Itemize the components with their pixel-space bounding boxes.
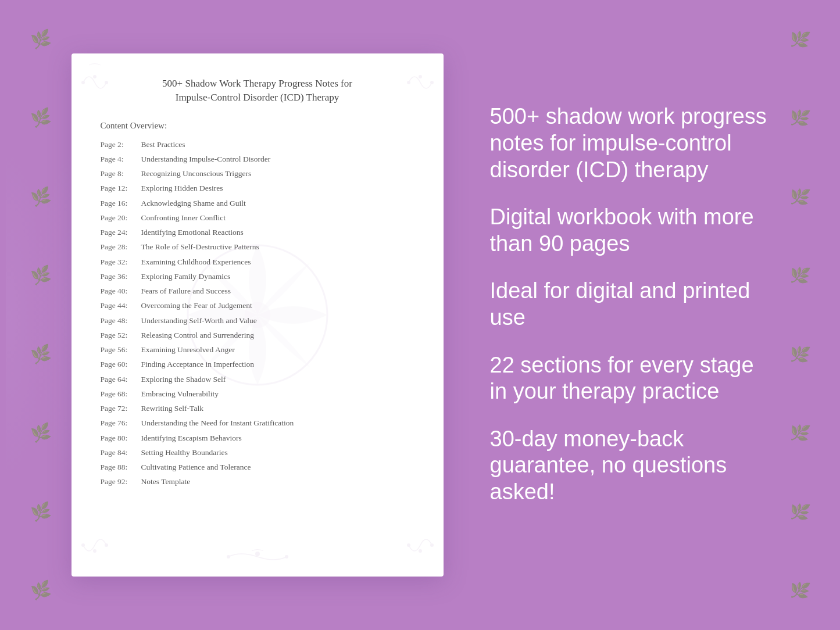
svg-point-16	[285, 555, 288, 559]
toc-page-number: Page 76:	[101, 417, 141, 429]
toc-item: Page 12:Exploring Hidden Desires	[101, 182, 414, 194]
toc-item: Page 76:Understanding the Need for Insta…	[101, 417, 414, 429]
toc-item: Page 44:Overcoming the Fear of Judgement	[101, 300, 414, 312]
toc-item: Page 88:Cultivating Patience and Toleran…	[101, 461, 414, 473]
main-layout: 500+ Shadow Work Therapy Progress Notes …	[0, 0, 840, 630]
toc-page-number: Page 92:	[101, 476, 141, 488]
feature-item-4: 22 sections for every stage in your ther…	[490, 352, 769, 405]
toc-item: Page 8:Recognizing Unconscious Triggers	[101, 168, 414, 180]
toc-item: Page 24:Identifying Emotional Reactions	[101, 227, 414, 238]
feature-item-2: Digital workbook with more than 90 pages	[490, 204, 769, 257]
toc-page-title: Embracing Vulnerability	[141, 388, 219, 400]
toc-item: Page 4:Understanding Impulse-Control Dis…	[101, 153, 414, 165]
toc-page-title: Examining Unresolved Anger	[141, 344, 235, 356]
feature-item-5: 30-day money-back guarantee, no question…	[490, 426, 769, 506]
svg-point-7	[430, 81, 434, 84]
corner-decor-bottom-left	[77, 522, 112, 571]
toc-page-title: Fears of Failure and Success	[141, 285, 231, 297]
toc-item: Page 92:Notes Template	[101, 476, 414, 488]
toc-page-number: Page 88:	[101, 461, 141, 473]
toc-page-number: Page 64:	[101, 374, 141, 385]
toc-page-title: Cultivating Patience and Tolerance	[141, 461, 251, 473]
toc-page-number: Page 80:	[101, 432, 141, 444]
toc-page-number: Page 16:	[101, 198, 141, 209]
toc-page-number: Page 24:	[101, 227, 141, 238]
table-of-contents: Page 2:Best PracticesPage 4:Understandin…	[101, 139, 414, 488]
toc-item: Page 2:Best Practices	[101, 139, 414, 151]
toc-page-title: Best Practices	[141, 139, 185, 151]
feature-item-3: Ideal for digital and printed use	[490, 278, 769, 331]
feature-text: 22 sections for every stage in your ther…	[490, 352, 769, 405]
toc-page-title: Identifying Escapism Behaviors	[141, 432, 242, 444]
toc-page-number: Page 52:	[101, 330, 141, 341]
toc-page-title: Understanding Self-Worth and Value	[141, 315, 257, 327]
toc-item: Page 68:Embracing Vulnerability	[101, 388, 414, 400]
feature-text: Ideal for digital and printed use	[490, 278, 769, 331]
toc-page-number: Page 12:	[101, 182, 141, 194]
feature-text: Digital workbook with more than 90 pages	[490, 204, 769, 257]
toc-page-title: Examining Childhood Experiences	[141, 256, 251, 268]
toc-page-title: Understanding Impulse-Control Disorder	[141, 153, 271, 165]
svg-point-9	[93, 549, 96, 553]
toc-page-number: Page 8:	[101, 168, 141, 180]
toc-item: Page 16:Acknowledging Shame and Guilt	[101, 198, 414, 209]
toc-page-number: Page 20:	[101, 212, 141, 224]
toc-item: Page 48:Understanding Self-Worth and Val…	[101, 315, 414, 327]
section-label: Content Overview:	[101, 121, 414, 131]
svg-point-6	[419, 75, 422, 78]
toc-page-title: Finding Acceptance in Imperfection	[141, 359, 255, 370]
toc-page-number: Page 2:	[101, 139, 141, 151]
toc-page-title: Notes Template	[141, 476, 191, 488]
svg-point-13	[430, 543, 434, 547]
corner-decor-bottom-center	[223, 548, 292, 568]
toc-page-title: Exploring the Shadow Self	[141, 374, 226, 385]
svg-point-2	[81, 81, 85, 84]
toc-page-title: Recognizing Unconscious Triggers	[141, 168, 252, 180]
toc-item: Page 40:Fears of Failure and Success	[101, 285, 414, 297]
toc-page-number: Page 4:	[101, 153, 141, 165]
toc-item: Page 60:Finding Acceptance in Imperfecti…	[101, 359, 414, 370]
toc-page-title: Setting Healthy Boundaries	[141, 447, 228, 459]
svg-point-14	[227, 555, 230, 559]
feature-item-1: 500+ shadow work progress notes for impu…	[490, 103, 769, 183]
svg-point-11	[407, 543, 410, 547]
svg-point-3	[93, 75, 96, 78]
corner-decor-bottom-right	[403, 522, 438, 571]
toc-page-title: Rewriting Self-Talk	[141, 403, 203, 414]
feature-text: 500+ shadow work progress notes for impu…	[490, 103, 769, 183]
toc-page-number: Page 56:	[101, 344, 141, 356]
toc-page-number: Page 68:	[101, 388, 141, 400]
toc-page-number: Page 48:	[101, 315, 141, 327]
feature-text: 30-day money-back guarantee, no question…	[490, 426, 769, 506]
toc-page-title: Exploring Hidden Desires	[141, 182, 223, 194]
toc-page-title: Acknowledging Shame and Guilt	[141, 198, 246, 209]
toc-page-title: Identifying Emotional Reactions	[141, 227, 244, 238]
right-content-panel: 500+ shadow work progress notes for impu…	[478, 103, 769, 526]
toc-item: Page 36:Exploring Family Dynamics	[101, 271, 414, 282]
toc-item: Page 80:Identifying Escapism Behaviors	[101, 432, 414, 444]
toc-item: Page 20:Confronting Inner Conflict	[101, 212, 414, 224]
toc-item: Page 32:Examining Childhood Experiences	[101, 256, 414, 268]
toc-page-title: The Role of Self-Destructive Patterns	[141, 241, 259, 253]
toc-item: Page 84:Setting Healthy Boundaries	[101, 447, 414, 459]
toc-page-number: Page 36:	[101, 271, 141, 282]
toc-page-number: Page 40:	[101, 285, 141, 297]
toc-page-number: Page 60:	[101, 359, 141, 370]
toc-page-title: Releasing Control and Surrendering	[141, 330, 255, 341]
toc-page-number: Page 28:	[101, 241, 141, 253]
toc-item: Page 52:Releasing Control and Surrenderi…	[101, 330, 414, 341]
svg-point-15	[255, 552, 260, 556]
toc-page-number: Page 32:	[101, 256, 141, 268]
toc-page-number: Page 84:	[101, 447, 141, 459]
svg-point-10	[105, 543, 108, 547]
toc-page-number: Page 44:	[101, 300, 141, 312]
toc-item: Page 28:The Role of Self-Destructive Pat…	[101, 241, 414, 253]
toc-item: Page 64:Exploring the Shadow Self	[101, 374, 414, 385]
document-title: 500+ Shadow Work Therapy Progress Notes …	[101, 77, 414, 105]
toc-item: Page 72:Rewriting Self-Talk	[101, 403, 414, 414]
svg-point-8	[81, 543, 85, 547]
toc-page-title: Confronting Inner Conflict	[141, 212, 226, 224]
toc-page-title: Understanding the Need for Instant Grati…	[141, 417, 294, 429]
document-card: 500+ Shadow Work Therapy Progress Notes …	[72, 53, 444, 577]
toc-item: Page 56:Examining Unresolved Anger	[101, 344, 414, 356]
